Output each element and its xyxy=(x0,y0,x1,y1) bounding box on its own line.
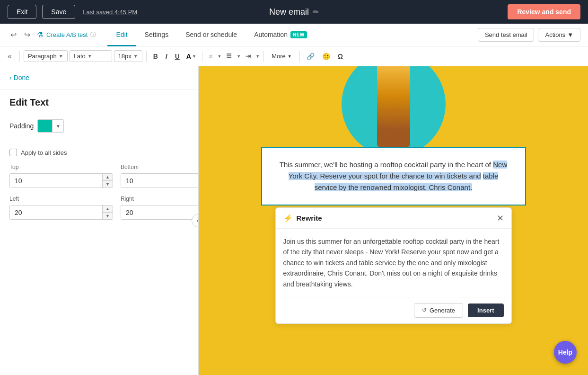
link-button[interactable]: 🔗 xyxy=(304,51,317,62)
left-input-wrapper: ▲ ▼ xyxy=(9,205,113,220)
top-input[interactable] xyxy=(10,174,102,188)
paragraph-arrow-icon: ▼ xyxy=(59,54,63,59)
padding-dropdown-button[interactable]: ▼ xyxy=(53,119,64,133)
rewrite-body: Join us this summer for an unforgettable… xyxy=(276,229,511,297)
email-header-section xyxy=(261,66,526,147)
drink-glass xyxy=(377,66,410,147)
lightning-icon: ⚡ xyxy=(283,214,293,223)
toolbar: « Paragraph ▼ Lato ▼ 18px ▼ B I U A ▼ ≡ … xyxy=(0,46,588,66)
back-to-done[interactable]: ‹ Done xyxy=(9,74,29,81)
apply-all-label: Apply to all sides xyxy=(21,149,67,156)
padding-fields: Top ▲ ▼ Bottom ▲ ▼ xyxy=(0,164,198,220)
right-field-label: Right xyxy=(121,196,199,202)
email-canvas-area: This summer, we'll be hosting a rooftop … xyxy=(199,66,588,375)
italic-button[interactable]: I xyxy=(163,51,170,62)
automation-badge: NEW xyxy=(290,31,307,38)
padding-color-toggle[interactable]: ▼ xyxy=(37,119,64,133)
highlight-1: New York City. Reserve your spot for the… xyxy=(289,161,508,180)
font-select[interactable]: Lato ▼ xyxy=(70,50,112,62)
panel-title: Edit Text xyxy=(0,89,198,112)
edit-title-icon[interactable]: ✏ xyxy=(313,8,319,17)
nav-right: Send test email Actions ▼ xyxy=(478,28,580,42)
bold-button[interactable]: B xyxy=(150,51,161,62)
left-field-label: Left xyxy=(9,196,113,202)
tab-send-schedule[interactable]: Send or schedule xyxy=(177,24,246,46)
left-spinners: ▲ ▼ xyxy=(102,205,113,219)
email-text-block[interactable]: This summer, we'll be hosting a rooftop … xyxy=(261,147,526,205)
tab-edit[interactable]: Edit xyxy=(107,24,136,46)
redo-button[interactable]: ↪ xyxy=(21,28,33,41)
exit-button[interactable]: Exit xyxy=(8,5,36,19)
create-ab-label: Create A/B test xyxy=(46,31,88,38)
tab-automation[interactable]: Automation NEW xyxy=(246,24,316,46)
collapse-panel-button[interactable]: « xyxy=(4,50,16,62)
rewrite-close-button[interactable]: ✕ xyxy=(497,214,504,223)
rewrite-panel: ⚡ Rewrite ✕ Join us this summer for an u… xyxy=(275,207,512,324)
last-saved: Last saved 4:45 PM xyxy=(83,9,137,16)
toolbar-divider-4 xyxy=(263,51,264,62)
left-increment-button[interactable]: ▲ xyxy=(103,205,113,213)
back-chevron-icon: ‹ xyxy=(9,74,12,81)
email-title-container: New email ✏ xyxy=(269,7,319,17)
top-field-group: Top ▲ ▼ xyxy=(9,164,113,188)
undo-redo-group: ↩ ↪ xyxy=(8,28,33,41)
generate-button[interactable]: ↺ Generate xyxy=(414,303,463,318)
panel-header: ‹ Done xyxy=(0,66,198,89)
collapse-left-panel-button[interactable]: « xyxy=(192,214,199,227)
toolbar-divider-2 xyxy=(146,51,147,62)
rewrite-title: ⚡ Rewrite xyxy=(283,214,322,223)
info-icon: ⓘ xyxy=(90,31,96,39)
rewrite-footer: ↺ Generate Insert xyxy=(276,297,511,323)
right-input[interactable] xyxy=(121,205,199,219)
bottom-input-wrapper: ▲ ▼ xyxy=(121,173,199,188)
padding-section: Padding ▼ xyxy=(0,112,198,145)
padding-color-box[interactable] xyxy=(37,119,53,133)
bottom-field-label: Bottom xyxy=(121,164,199,170)
list-button[interactable]: ☰ xyxy=(223,51,235,62)
send-test-button[interactable]: Send test email xyxy=(478,28,535,42)
toolbar-divider-5 xyxy=(299,51,300,62)
save-button[interactable]: Save xyxy=(42,5,75,19)
nav-tabs: Edit Settings Send or schedule Automatio… xyxy=(107,24,315,46)
right-field-group: Right ▲ ▼ xyxy=(121,196,199,220)
create-ab-test[interactable]: ⚗ Create A/B test ⓘ xyxy=(37,30,96,39)
size-select[interactable]: 18px ▼ xyxy=(114,50,142,62)
right-input-wrapper: ▲ ▼ xyxy=(121,205,199,220)
left-panel: ‹ Done Edit Text Padding ▼ Apply to all … xyxy=(0,66,199,375)
insert-button[interactable]: Insert xyxy=(468,304,503,317)
top-spinners: ▲ ▼ xyxy=(102,174,113,188)
actions-button[interactable]: Actions ▼ xyxy=(538,28,580,42)
apply-all-row: Apply to all sides xyxy=(0,145,198,164)
undo-button[interactable]: ↩ xyxy=(8,28,19,41)
bottom-field-group: Bottom ▲ ▼ xyxy=(121,164,199,188)
left-input[interactable] xyxy=(10,205,102,219)
omega-button[interactable]: Ω xyxy=(335,51,346,62)
review-send-button[interactable]: Review and send xyxy=(508,4,580,19)
top-decrement-button[interactable]: ▼ xyxy=(103,181,113,188)
nav-left: ↩ ↪ ⚗ Create A/B test ⓘ xyxy=(8,28,96,41)
text-color-button[interactable]: A ▼ xyxy=(184,52,198,61)
bottom-input[interactable] xyxy=(121,174,199,188)
emoji-button[interactable]: 🙂 xyxy=(319,51,333,62)
align-button[interactable]: ≡ xyxy=(206,51,216,62)
help-button[interactable]: Help xyxy=(554,341,577,364)
more-button[interactable]: More ▼ xyxy=(268,51,296,62)
email-text-content: This summer, we'll be hosting a rooftop … xyxy=(277,159,510,193)
email-title: New email xyxy=(269,7,309,17)
top-increment-button[interactable]: ▲ xyxy=(103,174,113,181)
apply-all-checkbox[interactable] xyxy=(9,149,17,156)
underline-button[interactable]: U xyxy=(172,51,183,62)
paragraph-select[interactable]: Paragraph ▼ xyxy=(24,50,68,62)
top-field-label: Top xyxy=(9,164,113,170)
top-bar: Exit Save Last saved 4:45 PM New email ✏… xyxy=(0,0,588,24)
toolbar-divider-1 xyxy=(19,51,20,62)
indent-button[interactable]: ⇥ xyxy=(243,51,254,62)
actions-chevron-icon: ▼ xyxy=(567,31,573,38)
ab-icon: ⚗ xyxy=(37,30,44,39)
top-input-wrapper: ▲ ▼ xyxy=(9,173,113,188)
left-decrement-button[interactable]: ▼ xyxy=(103,213,113,219)
tab-settings[interactable]: Settings xyxy=(136,24,177,46)
font-arrow-icon: ▼ xyxy=(88,54,92,59)
toolbar-divider-3 xyxy=(202,51,202,62)
size-arrow-icon: ▼ xyxy=(133,54,138,59)
